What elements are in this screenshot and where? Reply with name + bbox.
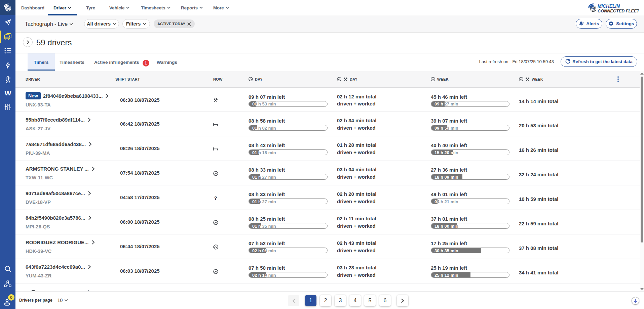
- svg-text:CONNECTED FLEET: CONNECTED FLEET: [598, 8, 639, 13]
- svg-text:MICHELIN: MICHELIN: [598, 3, 620, 9]
